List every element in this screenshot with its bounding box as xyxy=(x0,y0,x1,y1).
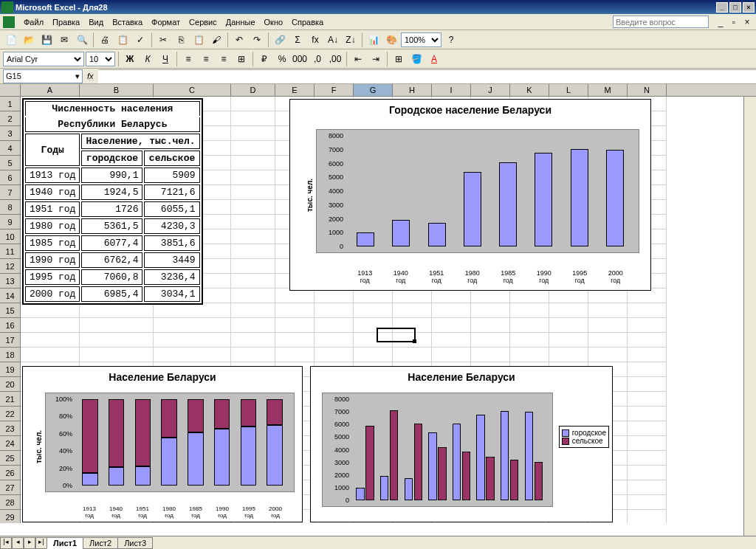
cell-B16[interactable] xyxy=(80,318,154,333)
cell-K14[interactable] xyxy=(510,289,549,303)
name-box[interactable]: G15▾ xyxy=(3,69,83,83)
cell-F18[interactable] xyxy=(315,348,354,362)
cut-icon[interactable]: ✂ xyxy=(155,32,171,48)
col-header-H[interactable]: H xyxy=(393,84,432,96)
cell-N27[interactable] xyxy=(628,480,667,495)
sheet-tab-3[interactable]: Лист3 xyxy=(117,537,153,549)
col-header-I[interactable]: I xyxy=(432,84,471,96)
menu-tools[interactable]: Сервис xyxy=(185,16,221,28)
maximize-button[interactable]: □ xyxy=(729,2,741,13)
cell-N20[interactable] xyxy=(628,377,667,392)
cell-N16[interactable] xyxy=(628,318,667,333)
cell-N17[interactable] xyxy=(628,333,667,348)
open-icon[interactable]: 📂 xyxy=(21,32,37,48)
cell-A17[interactable] xyxy=(21,333,80,348)
cell-F16[interactable] xyxy=(315,318,354,333)
tab-nav-next-icon[interactable]: ▸ xyxy=(24,537,35,549)
fx-button[interactable]: fx xyxy=(87,72,94,80)
cell-L18[interactable] xyxy=(549,348,588,362)
menu-insert[interactable]: Вставка xyxy=(108,16,147,28)
col-header-E[interactable]: E xyxy=(275,84,315,96)
cell-N29[interactable] xyxy=(628,510,667,523)
cell-M16[interactable] xyxy=(588,318,628,333)
cell-K17[interactable] xyxy=(510,333,549,348)
menu-format[interactable]: Формат xyxy=(147,16,185,28)
cell-J17[interactable] xyxy=(471,333,510,348)
cell-H18[interactable] xyxy=(393,348,432,362)
paste-icon[interactable]: 📋 xyxy=(190,32,207,48)
align-right-icon[interactable]: ≡ xyxy=(216,51,232,67)
merge-icon[interactable]: ⊞ xyxy=(233,51,250,67)
font-select[interactable]: Arial Cyr xyxy=(3,52,84,66)
cell-H17[interactable] xyxy=(393,333,432,348)
cell-M14[interactable] xyxy=(588,289,628,303)
inc-decimal-icon[interactable]: ,0 xyxy=(309,51,326,67)
cell-D17[interactable] xyxy=(231,333,275,348)
cell-B17[interactable] xyxy=(80,333,154,348)
row-header-17[interactable]: 17 xyxy=(0,333,21,348)
font-color-icon[interactable]: A xyxy=(426,51,442,67)
cell-A18[interactable] xyxy=(21,348,80,362)
row-header-8[interactable]: 8 xyxy=(0,200,21,215)
row-header-24[interactable]: 24 xyxy=(0,436,21,451)
currency-icon[interactable]: ₽ xyxy=(256,51,272,67)
cell-L16[interactable] xyxy=(549,318,588,333)
row-header-14[interactable]: 14 xyxy=(0,289,21,303)
cell-D3[interactable] xyxy=(231,126,275,141)
help-search-box[interactable] xyxy=(613,15,709,28)
cell-N14[interactable] xyxy=(628,289,667,303)
row-header-28[interactable]: 28 xyxy=(0,495,21,510)
comma-icon[interactable]: 000 xyxy=(292,51,308,67)
cell-D8[interactable] xyxy=(231,200,275,215)
sheet-tab-1[interactable]: Лист1 xyxy=(47,537,83,549)
menu-edit[interactable]: Правка xyxy=(48,16,84,28)
cell-L14[interactable] xyxy=(549,289,588,303)
cell-D15[interactable] xyxy=(231,303,275,318)
hyperlink-icon[interactable]: 🔗 xyxy=(272,32,288,48)
cell-M18[interactable] xyxy=(588,348,628,362)
menu-help[interactable]: Справка xyxy=(287,16,328,28)
col-header-D[interactable]: D xyxy=(231,84,275,96)
cell-N23[interactable] xyxy=(628,421,667,436)
col-header-G[interactable]: G xyxy=(354,84,393,96)
cell-D14[interactable] xyxy=(231,289,275,303)
cell-E16[interactable] xyxy=(275,318,315,333)
row-header-21[interactable]: 21 xyxy=(0,392,21,407)
help-input[interactable] xyxy=(613,15,709,28)
chart-population-grouped[interactable]: Население Беларуси 010002000300040005000… xyxy=(310,366,613,522)
cell-D13[interactable] xyxy=(231,274,275,289)
cell-E15[interactable] xyxy=(275,303,315,318)
print-icon[interactable]: 🖨 xyxy=(97,32,113,48)
cell-N26[interactable] xyxy=(628,466,667,480)
dec-decimal-icon[interactable]: ,00 xyxy=(327,51,343,67)
cell-N18[interactable] xyxy=(628,348,667,362)
italic-icon[interactable]: К xyxy=(140,51,156,67)
cell-N15[interactable] xyxy=(628,303,667,318)
row-header-16[interactable]: 16 xyxy=(0,318,21,333)
sheet-tab-2[interactable]: Лист2 xyxy=(83,537,118,549)
row-header-15[interactable]: 15 xyxy=(0,303,21,318)
cell-E18[interactable] xyxy=(275,348,315,362)
autosum-icon[interactable]: Σ xyxy=(289,32,306,48)
cell-K15[interactable] xyxy=(510,303,549,318)
menu-data[interactable]: Данные xyxy=(221,16,260,28)
cell-A15[interactable] xyxy=(21,303,80,318)
cell-N24[interactable] xyxy=(628,436,667,451)
row-header-10[interactable]: 10 xyxy=(0,229,21,244)
cell-I17[interactable] xyxy=(432,333,471,348)
cell-I16[interactable] xyxy=(432,318,471,333)
cell-L17[interactable] xyxy=(549,333,588,348)
col-header-N[interactable]: N xyxy=(628,84,667,96)
cell-D1[interactable] xyxy=(231,97,275,111)
cell-D10[interactable] xyxy=(231,229,275,244)
drawing-icon[interactable]: 🎨 xyxy=(383,32,399,48)
cell-J15[interactable] xyxy=(471,303,510,318)
cell-D16[interactable] xyxy=(231,318,275,333)
minimize-button[interactable]: _ xyxy=(716,2,728,13)
cell-D12[interactable] xyxy=(231,259,275,274)
cell-I18[interactable] xyxy=(432,348,471,362)
row-header-20[interactable]: 20 xyxy=(0,377,21,392)
fill-color-icon[interactable]: 🪣 xyxy=(408,51,425,67)
cell-G14[interactable] xyxy=(354,289,393,303)
row-header-9[interactable]: 9 xyxy=(0,215,21,229)
